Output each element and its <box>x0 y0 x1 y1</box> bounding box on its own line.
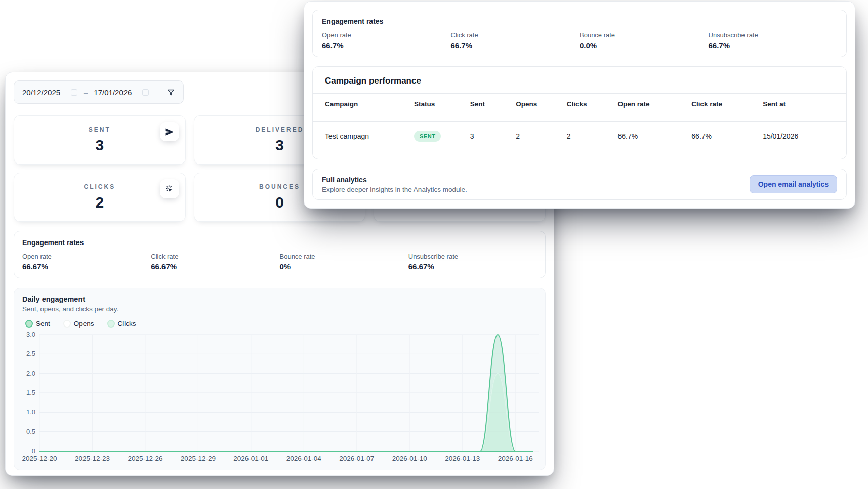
rate-label: Bounce rate <box>280 253 408 260</box>
stat-value: 3 <box>275 137 284 154</box>
chart-title: Daily engagement <box>22 295 537 303</box>
cell-sent: 3 <box>470 132 516 140</box>
status-badge: SENT <box>414 131 441 142</box>
legend-label: Clicks <box>118 320 136 328</box>
svg-text:2025-12-26: 2025-12-26 <box>128 455 162 462</box>
stat-icon-chip <box>160 122 179 141</box>
svg-text:2026-01-01: 2026-01-01 <box>233 455 268 462</box>
rate-label: Click rate <box>451 31 580 39</box>
legend-item-sent: Sent <box>25 320 50 328</box>
rate-label: Unsubscribe rate <box>408 253 537 260</box>
legend-label: Sent <box>36 320 50 328</box>
chart-subtitle: Sent, opens, and clicks per day. <box>22 305 537 313</box>
rates-grid: Open rate 66.7% Click rate 66.7% Bounce … <box>322 31 837 50</box>
stat-label: SENT <box>89 126 111 133</box>
rate-value: 66.67% <box>408 262 537 271</box>
cell-clicks: 2 <box>567 132 618 140</box>
col-sent: Sent <box>470 94 516 114</box>
col-status: Status <box>414 94 470 114</box>
opens-swatch-icon <box>63 320 71 328</box>
rate-unsubscribe: Unsubscribe rate 66.67% <box>408 253 537 271</box>
rate-value: 66.7% <box>709 41 838 50</box>
rate-value: 66.7% <box>322 41 451 50</box>
card-subtitle: Explore deeper insights in the Analytics… <box>322 186 467 193</box>
rate-label: Open rate <box>22 253 151 260</box>
chart-legend: Sent Opens Clicks <box>25 320 537 328</box>
col-clicks: Clicks <box>567 94 618 114</box>
table-header-row: Campaign Status Sent Opens Clicks Open r… <box>325 94 834 114</box>
rates-grid: Open rate 66.67% Click rate 66.67% Bounc… <box>22 253 537 271</box>
svg-text:2025-12-29: 2025-12-29 <box>181 455 216 462</box>
cell-open-rate: 66.7% <box>617 132 691 140</box>
stat-label: CLICKS <box>84 183 115 190</box>
stat-label: DELIVERED <box>256 126 304 133</box>
card-title: Campaign performance <box>325 76 834 86</box>
stat-value: 0 <box>275 194 284 211</box>
engagement-rates-panel: Engagement rates Open rate 66.67% Click … <box>14 231 546 278</box>
open-email-analytics-button[interactable]: Open email analytics <box>750 175 837 193</box>
rate-bounce: Bounce rate 0% <box>280 253 408 271</box>
cursor-click-icon <box>164 184 174 194</box>
svg-text:0.5: 0.5 <box>26 428 35 435</box>
table-row[interactable]: Test campagn SENT 3 2 2 66.7% 66.7% 15/0… <box>325 122 834 150</box>
date-range-separator: – <box>84 88 88 97</box>
filter-button[interactable] <box>167 88 175 97</box>
rate-value: 66.7% <box>451 41 580 50</box>
date-range-picker[interactable]: 20/12/2025 – 17/01/2026 <box>14 80 184 104</box>
cell-opens: 2 <box>516 132 567 140</box>
calendar-icon[interactable] <box>71 89 77 96</box>
col-opens: Opens <box>516 94 567 114</box>
rate-value: 66.67% <box>22 262 151 271</box>
daily-engagement-chart: 00.51.01.52.02.53.02025-12-202025-12-232… <box>22 330 539 465</box>
rate-click: Click rate 66.67% <box>151 253 279 271</box>
send-icon <box>164 127 174 137</box>
card-title: Full analytics <box>322 176 467 184</box>
campaign-performance-card: Campaign performance Campaign Status Sen… <box>312 66 847 159</box>
full-analytics-card: Full analytics Explore deeper insights i… <box>312 169 847 200</box>
svg-text:2026-01-07: 2026-01-07 <box>339 455 374 462</box>
rate-value: 0% <box>280 262 408 271</box>
svg-text:2026-01-10: 2026-01-10 <box>392 455 427 462</box>
funnel-icon <box>167 88 175 97</box>
stat-card-sent: SENT 3 <box>14 115 186 165</box>
sent-swatch-icon <box>25 320 33 328</box>
rate-label: Unsubscribe rate <box>709 31 838 39</box>
panel-title: Engagement rates <box>22 238 537 247</box>
svg-text:1.0: 1.0 <box>26 408 35 416</box>
svg-text:2026-01-16: 2026-01-16 <box>498 455 533 462</box>
col-sent-at: Sent at <box>763 94 834 114</box>
stat-value: 2 <box>95 194 104 211</box>
cell-status: SENT <box>414 131 470 142</box>
svg-text:1.5: 1.5 <box>26 389 35 396</box>
svg-text:0: 0 <box>32 447 35 455</box>
rate-value: 66.67% <box>151 262 279 271</box>
rate-open: Open rate 66.7% <box>322 31 451 50</box>
cell-campaign: Test campagn <box>325 132 414 140</box>
card-title: Engagement rates <box>322 17 837 25</box>
date-end-input[interactable]: 17/01/2026 <box>94 88 136 97</box>
stat-icon-chip <box>160 179 179 198</box>
legend-label: Opens <box>74 320 94 328</box>
cell-click-rate: 66.7% <box>691 132 763 140</box>
stat-label: BOUNCES <box>259 183 300 190</box>
legend-item-opens: Opens <box>63 320 94 328</box>
cell-sent-at: 15/01/2026 <box>763 132 834 140</box>
daily-engagement-panel: Daily engagement Sent, opens, and clicks… <box>14 288 546 470</box>
date-start-input[interactable]: 20/12/2025 <box>22 88 65 97</box>
svg-text:2.5: 2.5 <box>26 350 35 357</box>
svg-text:2025-12-20: 2025-12-20 <box>22 455 57 462</box>
stat-value: 3 <box>95 137 104 154</box>
rate-unsubscribe: Unsubscribe rate 66.7% <box>709 31 838 50</box>
col-campaign: Campaign <box>325 94 414 114</box>
screenshot-stage: 20/12/2025 – 17/01/2026 SENT 3 DELIVERED… <box>0 0 868 489</box>
rate-bounce: Bounce rate 0.0% <box>580 31 709 50</box>
engagement-rates-card: Engagement rates Open rate 66.7% Click r… <box>312 10 847 57</box>
rate-label: Click rate <box>151 253 279 260</box>
calendar-icon[interactable] <box>142 89 149 96</box>
clicks-swatch-icon <box>107 320 115 328</box>
rate-value: 0.0% <box>580 41 709 50</box>
svg-text:2.0: 2.0 <box>26 370 35 377</box>
analytics-overlay-window: Engagement rates Open rate 66.7% Click r… <box>304 1 855 209</box>
col-click-rate: Click rate <box>691 94 763 114</box>
stat-card-clicks: CLICKS 2 <box>14 173 186 222</box>
